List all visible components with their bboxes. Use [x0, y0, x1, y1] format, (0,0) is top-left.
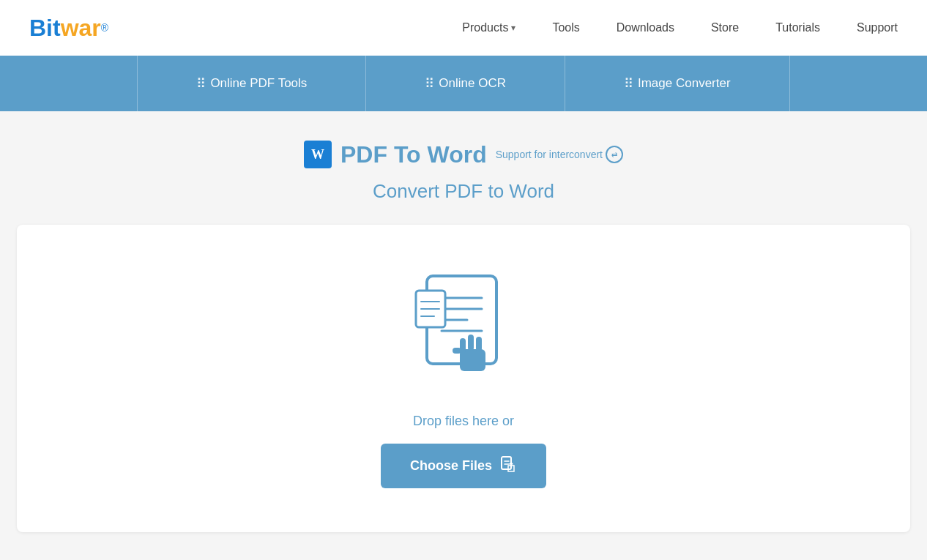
nav-products[interactable]: Products ▾ [462, 21, 515, 34]
logo-registered: ® [101, 22, 108, 34]
logo-text: Bitwar [29, 15, 101, 42]
grid-icon: ⠿ [425, 75, 434, 92]
drop-text: Drop files here or [413, 414, 514, 429]
nav-downloads[interactable]: Downloads [617, 21, 674, 34]
sub-nav-bar: ⠿ Online PDF Tools ⠿ Online OCR ⠿ Image … [0, 56, 927, 111]
logo-war: war [61, 15, 101, 41]
grid-icon: ⠿ [196, 75, 206, 92]
page-title: PDF To Word [340, 141, 487, 168]
svg-rect-11 [468, 335, 474, 351]
svg-rect-14 [502, 457, 511, 469]
file-upload-icon [499, 455, 517, 477]
nav-store[interactable]: Store [711, 21, 739, 34]
doc-illustration [405, 269, 522, 389]
nav-tools[interactable]: Tools [552, 21, 579, 34]
nav-tutorials[interactable]: Tutorials [775, 21, 820, 34]
grid-icon: ⠿ [624, 75, 633, 92]
svg-rect-13 [453, 348, 461, 354]
page-title-row: W PDF To Word Support for interconvert ⇄ [304, 141, 623, 168]
word-icon: W [304, 141, 332, 168]
logo[interactable]: Bitwar® [29, 15, 108, 42]
nav-support[interactable]: Support [857, 21, 898, 34]
main-nav: Products ▾ Tools Downloads Store Tutoria… [462, 21, 898, 34]
subtitle: Convert PDF to Word [373, 180, 554, 203]
main-content: W PDF To Word Support for interconvert ⇄… [0, 111, 927, 547]
choose-files-button[interactable]: Choose Files [381, 444, 546, 488]
drop-zone[interactable]: Drop files here or Choose Files [17, 225, 910, 532]
chevron-down-icon: ▾ [511, 23, 515, 33]
svg-rect-12 [476, 337, 482, 351]
support-text: Support for interconvert ⇄ [496, 146, 623, 163]
sub-nav-pdf-tools[interactable]: ⠿ Online PDF Tools [137, 56, 366, 111]
sub-nav-ocr[interactable]: ⠿ Online OCR [366, 56, 565, 111]
sub-nav-image-converter[interactable]: ⠿ Image Converter [565, 56, 790, 111]
header: Bitwar® Products ▾ Tools Downloads Store… [0, 0, 927, 56]
interconvert-icon: ⇄ [606, 146, 623, 163]
